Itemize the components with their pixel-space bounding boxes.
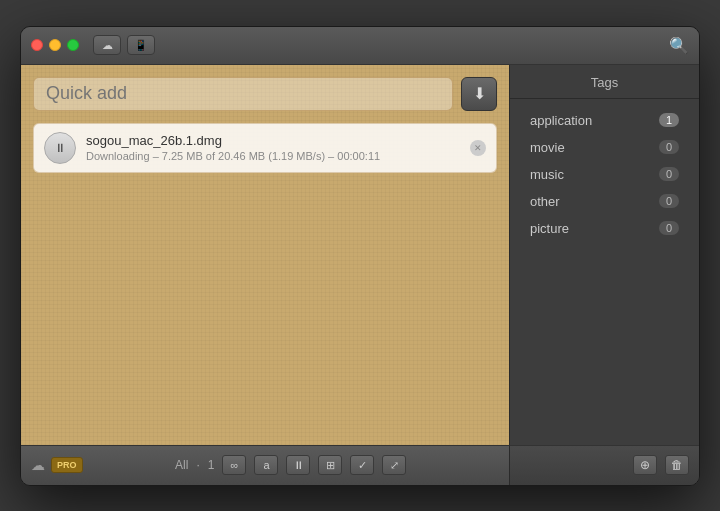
main-area: ⬇ ⏸ sogou_mac_26b.1.dmg Downloading – 7.… xyxy=(21,65,699,445)
add-download-button[interactable]: ⊕ xyxy=(633,455,657,475)
tag-item-movie[interactable]: movie 0 xyxy=(522,136,687,159)
expand-button[interactable]: ⤢ xyxy=(382,455,406,475)
status-dot: · xyxy=(196,458,199,472)
pause-all-button[interactable]: ⏸ xyxy=(286,455,310,475)
pause-all-icon: ⏸ xyxy=(293,459,304,471)
titlebar-icon-group: ☁ 📱 xyxy=(93,35,155,55)
tags-list: application 1 movie 0 music 0 other 0 pi… xyxy=(510,99,699,250)
phone-icon-button[interactable]: 📱 xyxy=(127,35,155,55)
tag-item-other[interactable]: other 0 xyxy=(522,190,687,213)
tag-count-application: 1 xyxy=(659,113,679,127)
quick-add-download-button[interactable]: ⬇ xyxy=(461,77,497,111)
tag-count-other: 0 xyxy=(659,194,679,208)
tag-item-picture[interactable]: picture 0 xyxy=(522,217,687,240)
quick-add-input[interactable] xyxy=(33,77,453,111)
check-icon: ✓ xyxy=(358,459,367,472)
right-panel: Tags application 1 movie 0 music 0 other xyxy=(509,65,699,445)
tag-name-movie: movie xyxy=(530,140,565,155)
cloud-icon-button[interactable]: ☁ xyxy=(93,35,121,55)
add-icon: ⊕ xyxy=(640,458,650,472)
trash-icon: 🗑 xyxy=(671,458,683,472)
download-progress: Downloading – 7.25 MB of 20.46 MB (1.19 … xyxy=(86,150,460,162)
bottom-toolbar-row: ☁ PRO All · 1 ∞ a ⏸ ⊞ ✓ xyxy=(21,445,699,485)
pause-button[interactable]: ⏸ xyxy=(44,132,76,164)
cloud-icon-bottom: ☁ xyxy=(31,457,45,473)
search-button[interactable]: 🔍 xyxy=(669,36,689,55)
check-button[interactable]: ✓ xyxy=(350,455,374,475)
cloud-icon: ☁ xyxy=(102,39,113,52)
traffic-lights xyxy=(31,39,79,51)
status-count: 1 xyxy=(208,458,215,472)
right-bottom-panel: ⊕ 🗑 xyxy=(509,445,699,485)
tag-count-music: 0 xyxy=(659,167,679,181)
tag-count-movie: 0 xyxy=(659,140,679,154)
trash-button[interactable]: 🗑 xyxy=(665,455,689,475)
tag-count-picture: 0 xyxy=(659,221,679,235)
tag-item-music[interactable]: music 0 xyxy=(522,163,687,186)
bottom-bar: ☁ PRO All · 1 ∞ a ⏸ ⊞ ✓ xyxy=(21,445,509,485)
phone-icon: 📱 xyxy=(134,39,148,52)
tag-name-picture: picture xyxy=(530,221,569,236)
bottom-left: ☁ PRO xyxy=(31,457,83,473)
close-icon: ✕ xyxy=(474,143,482,153)
download-info: sogou_mac_26b.1.dmg Downloading – 7.25 M… xyxy=(86,133,460,162)
pause-icon: ⏸ xyxy=(54,141,66,155)
tag-name-music: music xyxy=(530,167,564,182)
pro-badge: PRO xyxy=(51,457,83,473)
minimize-button[interactable] xyxy=(49,39,61,51)
tag-name-application: application xyxy=(530,113,592,128)
titlebar: ☁ 📱 🔍 xyxy=(21,27,699,65)
status-text-all: All xyxy=(175,458,188,472)
maximize-button[interactable] xyxy=(67,39,79,51)
download-close-button[interactable]: ✕ xyxy=(470,140,486,156)
loop-icon: ∞ xyxy=(231,459,239,471)
expand-icon: ⤢ xyxy=(390,459,399,472)
search-icon: 🔍 xyxy=(669,37,689,54)
quick-add-bar: ⬇ xyxy=(33,77,497,111)
loop-button[interactable]: ∞ xyxy=(222,455,246,475)
tag-name-other: other xyxy=(530,194,560,209)
text-button[interactable]: a xyxy=(254,455,278,475)
calendar-button[interactable]: ⊞ xyxy=(318,455,342,475)
main-window: ☁ 📱 🔍 ⬇ ⏸ xyxy=(20,26,700,486)
download-item: ⏸ sogou_mac_26b.1.dmg Downloading – 7.25… xyxy=(33,123,497,173)
download-filename: sogou_mac_26b.1.dmg xyxy=(86,133,460,148)
text-icon: a xyxy=(263,459,269,471)
tags-panel-title: Tags xyxy=(510,65,699,99)
calendar-icon: ⊞ xyxy=(326,459,335,472)
left-panel: ⬇ ⏸ sogou_mac_26b.1.dmg Downloading – 7.… xyxy=(21,65,509,445)
tag-item-application[interactable]: application 1 xyxy=(522,109,687,132)
download-icon: ⬇ xyxy=(473,84,486,103)
close-button[interactable] xyxy=(31,39,43,51)
bottom-center: All · 1 ∞ a ⏸ ⊞ ✓ ⤢ xyxy=(83,455,499,475)
